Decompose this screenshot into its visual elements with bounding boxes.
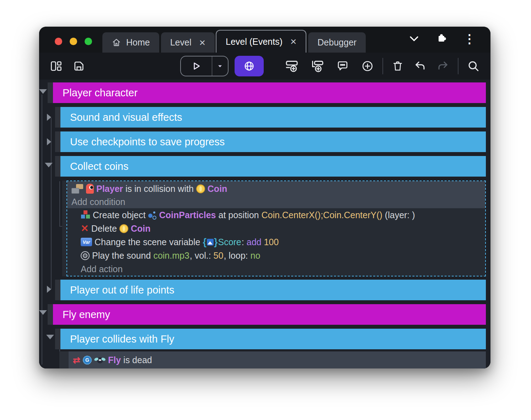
action-text: Delete: [91, 224, 117, 234]
fly-event-conditions[interactable]: ⇄ G Fly is dead: [69, 351, 486, 368]
group-label: Player out of life points: [70, 284, 174, 296]
collision-icon: [71, 184, 84, 194]
group-label: Player collides with Fly: [70, 333, 174, 345]
add-action-button[interactable]: Add action: [67, 262, 485, 276]
player-object-icon: [86, 184, 94, 194]
play-button[interactable]: [181, 56, 212, 76]
events-sheet: Player character Sound and visual effect…: [39, 80, 490, 368]
row-grip[interactable]: [48, 304, 53, 325]
toolbar-divider: [458, 58, 458, 74]
action-change-variable[interactable]: Var Change the scene variable { } Score …: [67, 235, 485, 249]
tab-level[interactable]: Level ×: [161, 32, 215, 53]
selected-event[interactable]: Player is in collision with Coin Add con…: [66, 181, 486, 276]
tab-bar: Home Level × Level (Events) × Debugger: [39, 27, 490, 53]
desktop: Home Level × Level (Events) × Debugger: [0, 0, 531, 420]
action-create-object[interactable]: Create object CoinParticles at position …: [67, 208, 485, 222]
action-text: , loop:: [224, 251, 248, 261]
action-text: at position: [218, 210, 259, 220]
tab-label: Home: [126, 37, 150, 48]
variable-icon: Var: [81, 238, 92, 246]
group-header-fly-enemy[interactable]: Fly enemy: [53, 304, 486, 325]
object-name: Coin: [208, 184, 227, 194]
toolbar-divider: [382, 58, 383, 74]
search-icon[interactable]: [467, 60, 480, 72]
brace-glyph: {: [203, 237, 206, 247]
object-name: Coin: [131, 224, 151, 234]
add-condition-button[interactable]: Add condition: [67, 195, 485, 208]
trash-icon[interactable]: [392, 60, 404, 72]
save-icon[interactable]: [73, 60, 85, 72]
row-grip[interactable]: [59, 351, 69, 368]
coin-object-icon: [119, 224, 128, 233]
action-delete[interactable]: ✕ Delete Coin: [67, 222, 485, 235]
undo-icon[interactable]: [414, 60, 427, 72]
row-grip[interactable]: [55, 156, 60, 177]
minimize-button[interactable]: [70, 38, 77, 45]
object-name: Player: [96, 184, 123, 194]
group-header-sound-effects[interactable]: Sound and visual effects: [60, 107, 486, 128]
redo-icon[interactable]: [436, 60, 449, 72]
tab-level-events[interactable]: Level (Events) ×: [216, 30, 306, 53]
group-label: Use checkpoints to save progress: [70, 136, 225, 148]
row-grip[interactable]: [55, 280, 60, 300]
comment-icon[interactable]: [336, 60, 349, 72]
row-grip[interactable]: [55, 107, 60, 128]
row-grip[interactable]: [48, 82, 53, 103]
preview-options-caret[interactable]: [212, 56, 228, 76]
brace-glyph: }: [214, 237, 218, 247]
group-label: Collect coins: [70, 161, 128, 172]
event-group-row: Player character: [48, 82, 486, 103]
tab-label: Debugger: [317, 37, 356, 48]
value: 100: [264, 237, 279, 247]
window-controls: [55, 38, 92, 45]
action-text: , vol.:: [190, 251, 211, 261]
actions-area: Create object CoinParticles at position …: [67, 208, 485, 276]
group-header-player-collides-fly[interactable]: Player collides with Fly: [60, 329, 486, 349]
group-header-collect-coins[interactable]: Collect coins: [60, 156, 486, 177]
tab-home[interactable]: Home: [102, 32, 159, 53]
event-group-row: Fly enemy: [48, 304, 486, 325]
fly-object-icon: [94, 356, 106, 364]
event-row-selected: Player is in collision with Coin Add con…: [62, 181, 486, 276]
preview-split-button: [180, 56, 229, 76]
volume-value: 50: [214, 251, 224, 261]
sound-file: coin.mp3: [153, 251, 189, 261]
action-text: Create object: [93, 210, 146, 220]
conditions-area: Player is in collision with Coin Add con…: [67, 181, 485, 208]
zoom-button[interactable]: [85, 38, 92, 45]
add-event-icon[interactable]: [285, 59, 299, 73]
group-label: Sound and visual effects: [70, 112, 182, 123]
loop-value: no: [251, 251, 261, 261]
group-header-checkpoints[interactable]: Use checkpoints to save progress: [60, 131, 486, 152]
overflow-menu-icon[interactable]: ⋮: [463, 33, 476, 45]
action-play-sound[interactable]: Play the sound coin.mp3 , vol.: 50 , loo…: [67, 249, 485, 262]
action-text: Change the scene variable: [95, 237, 200, 247]
row-grip[interactable]: [55, 329, 60, 349]
home-icon: [112, 38, 121, 47]
event-group-row: Player collides with Fly: [55, 329, 486, 349]
row-grip[interactable]: [55, 131, 60, 152]
add-subevent-icon[interactable]: [311, 59, 324, 73]
publish-globe-button[interactable]: [235, 56, 264, 76]
chevron-down-icon[interactable]: [409, 35, 419, 42]
close-icon[interactable]: ×: [199, 37, 205, 48]
tab-label: Level (Events): [226, 37, 283, 47]
event-group-row: Player out of life points: [55, 280, 486, 300]
row-grip[interactable]: [62, 181, 66, 276]
panel-layout-icon[interactable]: [50, 60, 63, 72]
group-header-out-of-life[interactable]: Player out of life points: [60, 280, 486, 300]
event-group-row: Use checkpoints to save progress: [55, 131, 486, 152]
condition-collision[interactable]: Player is in collision with Coin: [67, 182, 485, 195]
behavior-shuffle-icon: ⇄: [73, 356, 80, 365]
object-name: CoinParticles: [159, 210, 216, 220]
close-button[interactable]: [55, 38, 62, 45]
variable-name: Score: [218, 237, 241, 247]
tab-debugger[interactable]: Debugger: [308, 32, 366, 53]
close-icon[interactable]: ×: [290, 36, 297, 47]
expression: Coin.CenterX();Coin.CenterY(): [261, 210, 382, 220]
condition-fly-is-dead[interactable]: ⇄ G Fly is dead: [69, 351, 486, 368]
group-header-player-character[interactable]: Player character: [53, 82, 486, 103]
circle-plus-icon[interactable]: [361, 60, 374, 72]
scene-variable-icon: { }: [203, 237, 218, 247]
extensions-puzzle-icon[interactable]: [436, 33, 447, 44]
